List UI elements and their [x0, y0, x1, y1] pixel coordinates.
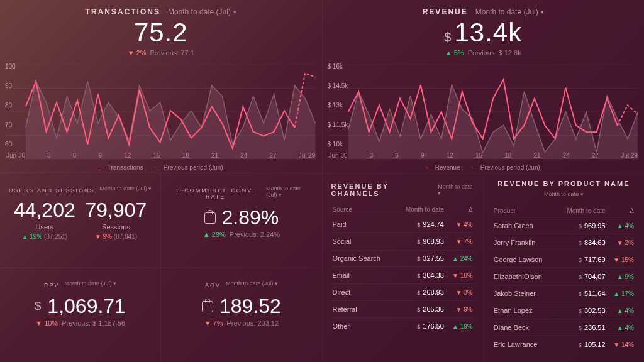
transactions-chart-panel: TRANSACTIONS Month to date (Jul)▾ 75.2 ▼… [0, 0, 322, 173]
table-row[interactable]: Organic Search$ 327.55▲ 24% [331, 250, 474, 267]
conv-rate-panel: E-COMMERCE CONV. RATE Month to date (Jul… [161, 173, 321, 268]
table-row[interactable]: Other$ 176.50▲ 19% [331, 318, 474, 335]
users-delta: ▲ 19% (37,251) [14, 233, 75, 240]
channels-title: REVENUE BY CHANNELS [331, 182, 432, 197]
aov-value: 189.52 [219, 295, 281, 318]
table-row[interactable]: Direct$ 268.93▼ 3% [331, 284, 474, 301]
channels-panel: REVENUE BY CHANNELS Month to date ▾ Sour… [323, 173, 483, 362]
table-row[interactable]: Elizabeth Olson$ 704.07▲ 9% [492, 268, 635, 285]
chevron-down-icon: ▾ [541, 9, 544, 15]
bag-icon [204, 212, 216, 224]
aov-previous: Previous: 203.12 [227, 319, 279, 327]
table-row[interactable]: Jakob Steiner$ 511.64▲ 17% [492, 285, 635, 302]
sessions-label: Sessions [86, 223, 147, 231]
rpv-title: RPV [44, 282, 60, 288]
revenue-value: $13.4k [331, 18, 636, 48]
table-row[interactable]: Email$ 304.38▼ 16% [331, 267, 474, 284]
transactions-x-axis: Jun 30369121518212427Jul 29 [6, 152, 316, 159]
conv-rate-title: E-COMMERCE CONV. RATE [170, 187, 261, 200]
transactions-previous: Previous: 77.1 [150, 49, 194, 57]
users-sessions-panel: USERS AND SESSIONS Month to date (Jul) ▾… [0, 173, 160, 268]
revenue-title: REVENUE [423, 8, 468, 16]
products-table: Product Month to date Δ Sarah Green$ 969… [492, 205, 635, 353]
table-row[interactable]: Paid$ 924.74▼ 4% [331, 216, 474, 233]
transactions-chart [6, 65, 316, 159]
bag-icon [202, 301, 213, 312]
sessions-delta: ▼ 9% (87,841) [86, 233, 147, 240]
channels-period-select[interactable]: Month to date ▾ [438, 184, 474, 196]
table-row[interactable]: George Lawson$ 717.69▼ 15% [492, 251, 635, 268]
chevron-down-icon: ▾ [233, 9, 236, 15]
products-period-select[interactable]: Month to date ▾ [544, 191, 584, 197]
conv-rate-previous: Previous: 2.24% [230, 231, 280, 238]
revenue-x-axis: Jun 30369121518212427Jul 29 [329, 152, 638, 159]
products-panel: REVENUE BY PRODUCT NAME Month to date ▾ … [484, 173, 644, 362]
revenue-legend: Revenue Previous period (Jun) [323, 164, 645, 171]
products-col-product: Product [492, 205, 556, 217]
table-row[interactable]: Sarah Green$ 969.95▲ 4% [492, 217, 635, 234]
channels-col-source: Source [331, 204, 394, 216]
revenue-period-select[interactable]: Month to date (Jul)▾ [475, 8, 544, 16]
table-row[interactable]: Eric Lawrance$ 105.12▼ 14% [492, 336, 635, 353]
transactions-period-select[interactable]: Month to date (Jul)▾ [168, 8, 236, 16]
aov-period-select[interactable]: Month to date (Jul) ▾ [226, 280, 278, 287]
revenue-delta: ▲ 5% [445, 49, 464, 57]
transactions-title: TRANSACTIONS [86, 8, 160, 16]
rpv-value: 1,069.71 [47, 295, 126, 318]
rpv-panel: RPV Month to date (Jul) ▾ $ 1,069.71 ▼ 1… [0, 268, 160, 362]
table-row[interactable]: Diane Beck$ 236.51▲ 4% [492, 319, 635, 336]
table-row[interactable]: Referral$ 265.36▼ 9% [331, 301, 474, 318]
channels-table: Source Month to date Δ Paid$ 924.74▼ 4%S… [331, 204, 474, 334]
aov-title: AOV [205, 282, 221, 288]
products-col-mtd: Month to date [556, 205, 607, 217]
rpv-delta: ▼ 10% [35, 319, 58, 327]
rpv-prefix: $ [35, 300, 41, 313]
revenue-chart-panel: REVENUE Month to date (Jul)▾ $13.4k ▲ 5%… [323, 0, 645, 173]
users-sessions-period-select[interactable]: Month to date (Jul) ▾ [100, 185, 152, 192]
table-row[interactable]: Ethan Lopez$ 302.53▲ 4% [492, 302, 635, 319]
revenue-previous: Previous: $ 12.8k [468, 49, 521, 57]
aov-panel: AOV Month to date (Jul) ▾ 189.52 ▼ 7% Pr… [161, 268, 321, 362]
conv-rate-period-select[interactable]: Month to date (Jul) ▾ [266, 185, 313, 198]
users-value: 44,202 [14, 199, 75, 222]
aov-delta: ▼ 7% [204, 319, 223, 327]
transactions-legend: Transactions Previous period (Jun) [0, 164, 322, 171]
conv-rate-delta: ▲ 29% [203, 231, 226, 238]
transactions-delta: ▼ 2% [128, 49, 147, 57]
channels-col-delta: Δ [445, 204, 474, 216]
rpv-period-select[interactable]: Month to date (Jul) ▾ [65, 280, 117, 287]
conv-rate-value: 2.89% [222, 206, 279, 229]
products-col-delta: Δ [607, 205, 635, 217]
sessions-value: 79,907 [86, 199, 147, 222]
table-row[interactable]: Jerry Franklin$ 834.60▼ 2% [492, 234, 635, 251]
users-label: Users [14, 223, 75, 231]
rpv-previous: Previous: $ 1,187.56 [62, 319, 125, 327]
table-row[interactable]: Social$ 908.93▼ 7% [331, 233, 474, 250]
transactions-value: 75.2 [9, 18, 313, 48]
revenue-chart [329, 65, 638, 159]
users-sessions-title: USERS AND SESSIONS [9, 187, 95, 194]
channels-col-mtd: Month to date [394, 204, 445, 216]
products-title: REVENUE BY PRODUCT NAME [492, 180, 635, 187]
